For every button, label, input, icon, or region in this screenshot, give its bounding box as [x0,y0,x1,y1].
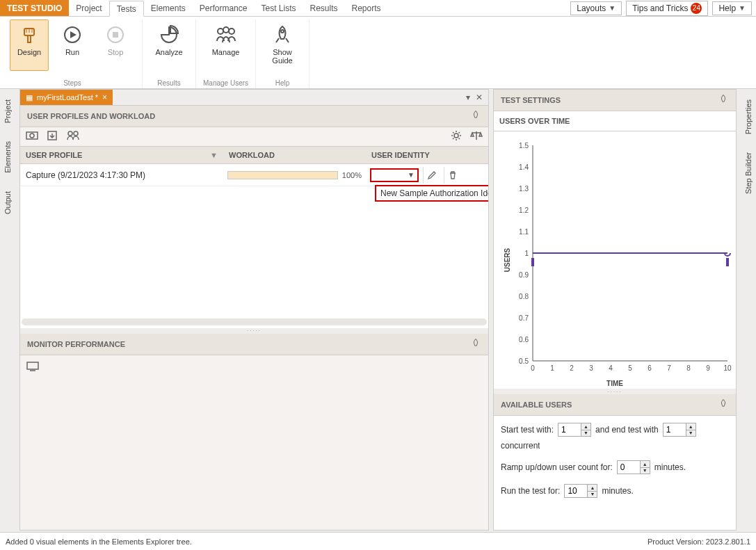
menu-testlists[interactable]: Test Lists [254,0,303,16]
rocket-icon[interactable] [470,110,481,122]
capture-icon[interactable] [26,130,38,143]
svg-text:0.6: 0.6 [519,336,529,343]
content-area: ▦ myFirstLoadTest * × ▾ ✕ USER PROFILES … [19,89,737,531]
analyze-label: Analyze [155,48,182,56]
identity-dropdown-item[interactable]: New Sample Authorization Identity [375,185,488,202]
grid-body: Capture (9/21/2023 4:17:30 PM) 100% ▼ [20,164,488,328]
sidetab-step-builder[interactable]: Step Builder [741,143,756,203]
design-button[interactable]: Design [10,19,49,71]
users-chart: USERS 0.5 0.6 0.7 0.8 0.9 1 1.1 1.2 1.3 … [494,131,736,389]
ramp-spinner[interactable]: ▲▼ [617,460,650,474]
show-guide-button[interactable]: Show Guide [263,19,302,71]
svg-point-11 [229,29,234,34]
right-pane: TEST SETTINGS USERS OVER TIME USERS 0.5 … [493,89,737,531]
col-user-profile[interactable]: USER PROFILE ▼ [20,147,223,163]
help-button[interactable]: Help ▼ [712,1,752,15]
menu-results[interactable]: Results [303,0,344,16]
start-users-input[interactable] [558,423,581,436]
col-workload[interactable]: WORKLOAD [223,147,366,163]
statusbar: Added 0 visual elements in the Elements … [0,532,756,550]
start-users-spinner[interactable]: ▲▼ [558,423,591,437]
identity-dropdown[interactable]: ▼ [370,168,419,182]
spin-up-icon[interactable]: ▲ [588,485,597,492]
statusbar-right: Product Version: 2023.2.801.1 [648,537,750,546]
sidetab-project[interactable]: Project [0,90,15,132]
end-users-spinner[interactable]: ▲▼ [663,423,696,437]
ribbon-group-steps-label: Steps [63,79,81,87]
sidetab-properties[interactable]: Properties [741,90,756,143]
horizontal-splitter-right[interactable]: ∙∙∙∙∙ [494,389,736,394]
window-menu-icon[interactable]: ▾ [466,92,470,102]
layouts-label: Layouts [577,3,606,13]
run-label: Run [65,48,79,56]
run-button[interactable]: Run [53,19,92,71]
rocket-icon [270,23,295,47]
delete-icon[interactable] [444,167,460,184]
balance-icon[interactable] [470,130,483,143]
chevron-down-icon: ▼ [739,4,746,12]
svg-text:1: 1 [550,364,554,372]
window-close-icon[interactable]: ✕ [476,92,483,102]
chart-start-marker[interactable] [531,258,534,266]
sidetab-output[interactable]: Output [0,182,15,223]
start-label-a: Start test with: [501,425,554,435]
rocket-icon[interactable] [718,398,729,411]
rocket-icon[interactable] [718,94,729,106]
horizontal-scrollbar[interactable] [22,318,487,325]
spin-up-icon[interactable]: ▲ [641,461,650,468]
users-icon[interactable] [66,130,80,143]
monitor-icon[interactable] [26,361,40,374]
manage-button[interactable]: Manage [207,19,246,71]
svg-text:0.9: 0.9 [519,271,529,279]
edit-icon[interactable] [423,167,440,184]
menu-project[interactable]: Project [69,0,108,16]
ribbon-group-steps: Design Run Stop Steps [3,19,143,88]
tips-button[interactable]: Tips and Tricks 24 [626,1,708,16]
spin-up-icon[interactable]: ▲ [686,423,695,430]
pie-icon [156,23,182,47]
analyze-button[interactable]: Analyze [150,19,188,71]
col-user-profile-label: USER PROFILE [26,151,82,159]
spin-down-icon[interactable]: ▼ [588,492,597,498]
horizontal-splitter[interactable]: ∙∙∙∙∙ [20,328,488,334]
doc-tab-myfirstloadtest[interactable]: ▦ myFirstLoadTest * × [20,90,113,105]
layouts-button[interactable]: Layouts ▼ [570,1,622,15]
right-side-tabs: Properties Step Builder [741,90,756,203]
cell-workload: 100% [223,168,366,182]
spin-up-icon[interactable]: ▲ [581,423,590,430]
import-icon[interactable] [47,130,58,143]
tips-badge: 24 [691,3,702,14]
run-row: Run the test for: ▲▼ minutes. [501,484,729,498]
spin-down-icon[interactable]: ▼ [641,468,650,474]
cell-identity: ▼ [366,164,488,186]
chart-end-marker[interactable] [726,258,729,266]
svg-text:0.5: 0.5 [519,357,529,365]
menubar: TEST STUDIO Project Tests Elements Perfo… [0,0,756,17]
svg-text:0.8: 0.8 [519,293,529,300]
filter-icon[interactable]: ▼ [210,151,218,159]
test-settings-header: TEST SETTINGS [494,90,736,111]
run-input[interactable] [565,485,587,497]
workload-bar[interactable] [227,171,338,179]
gear-icon[interactable] [451,130,462,143]
menu-reports[interactable]: Reports [344,0,387,16]
brush-icon [17,23,42,47]
end-users-input[interactable] [663,423,686,436]
close-icon[interactable]: × [102,92,107,102]
table-row[interactable]: Capture (9/21/2023 4:17:30 PM) 100% ▼ [20,164,488,186]
menu-elements[interactable]: Elements [144,0,193,16]
menu-performance[interactable]: Performance [193,0,255,16]
start-label-c: concurrent users. [501,441,540,451]
rocket-icon[interactable] [470,338,481,350]
stop-button[interactable]: Stop [96,19,135,71]
menu-tests[interactable]: Tests [109,1,144,17]
svg-text:1.1: 1.1 [519,228,529,236]
available-users-label: AVAILABLE USERS [501,401,572,409]
spin-down-icon[interactable]: ▼ [581,430,590,437]
start-label-b: and end test with [595,425,659,435]
run-spinner[interactable]: ▲▼ [564,484,597,498]
spin-down-icon[interactable]: ▼ [686,430,695,437]
col-user-identity[interactable]: USER IDENTITY [366,147,488,163]
ramp-input[interactable] [618,461,640,474]
sidetab-elements[interactable]: Elements [0,132,15,182]
